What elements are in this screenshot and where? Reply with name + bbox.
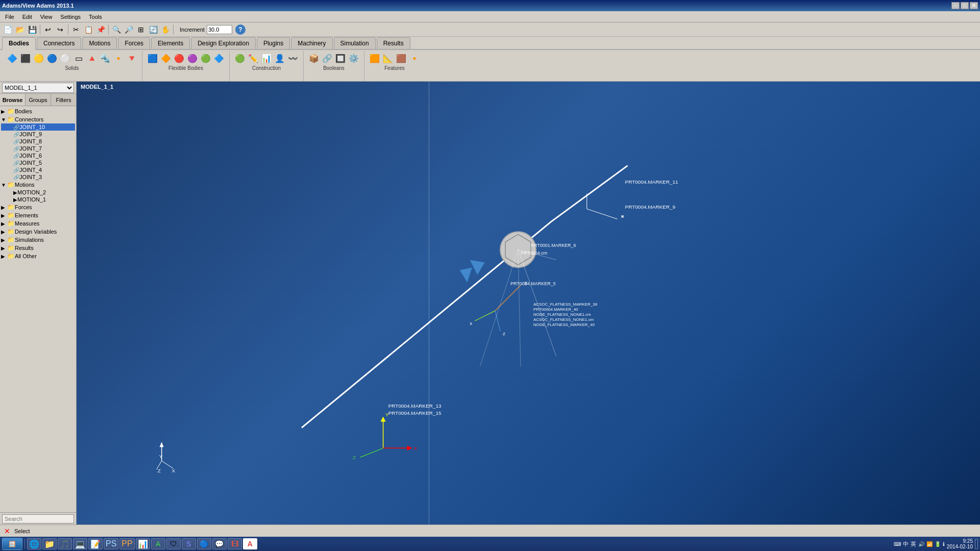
taskbar-app-notepad[interactable]: 📝: [88, 538, 103, 549]
fillet-icon[interactable]: 🟧: [369, 52, 381, 64]
menu-settings[interactable]: Settings: [56, 13, 85, 21]
link-icon[interactable]: 🔩: [99, 52, 111, 64]
tree-joint-7[interactable]: 🔗 JOINT_7: [1, 145, 75, 152]
search-input[interactable]: [2, 514, 74, 523]
other-expand-icon[interactable]: ▶: [1, 254, 7, 259]
taskbar-app-accent[interactable]: A: [151, 538, 165, 549]
tree-all-other[interactable]: ▶ 📁 All Other: [1, 252, 75, 260]
flex2-icon[interactable]: 🔶: [160, 52, 172, 64]
bodies-expand-icon[interactable]: ▶: [1, 109, 7, 114]
minimize-button[interactable]: ─: [951, 2, 960, 9]
menu-edit[interactable]: Edit: [18, 13, 36, 21]
elements-expand-icon[interactable]: ▶: [1, 213, 7, 218]
tab-results[interactable]: Results: [377, 37, 410, 49]
flex6-icon[interactable]: 🔷: [213, 52, 225, 64]
cylinder-icon[interactable]: ⬛: [19, 52, 32, 64]
flex3-icon[interactable]: 🔴: [173, 52, 185, 64]
menu-file[interactable]: File: [1, 13, 18, 21]
divide-icon[interactable]: ⚙️: [348, 52, 360, 64]
tree-design-variables[interactable]: ▶ 📁 Design Variables: [1, 228, 75, 236]
tree-joint-4[interactable]: 🔗 JOINT_4: [1, 166, 75, 173]
redo-button[interactable]: ↪: [55, 24, 66, 35]
tab-forces[interactable]: Forces: [118, 37, 150, 49]
tree-tab-browse[interactable]: Browse: [0, 94, 26, 106]
zoom-out-button[interactable]: 🔎: [123, 24, 134, 35]
tab-bodies[interactable]: Bodies: [2, 37, 36, 50]
taskbar-app-explorer[interactable]: 📁: [42, 538, 57, 549]
box-icon[interactable]: 🔷: [6, 52, 18, 64]
revolve-icon[interactable]: 🔻: [126, 52, 138, 64]
network-icon[interactable]: 📶: [926, 541, 933, 547]
cut-button[interactable]: ✂: [70, 24, 82, 35]
menu-tools[interactable]: Tools: [85, 13, 106, 21]
volume-icon[interactable]: 🔊: [918, 541, 924, 547]
taskbar-app-spss[interactable]: S: [182, 538, 196, 549]
increment-input[interactable]: 30.0: [207, 25, 232, 34]
help-button[interactable]: ?: [235, 24, 246, 35]
taskbar-app-ps[interactable]: PS: [104, 538, 118, 549]
fit-button[interactable]: ⊞: [135, 24, 146, 35]
taskbar-app-pp[interactable]: PP: [119, 538, 134, 549]
chamfer-icon[interactable]: 📐: [382, 52, 394, 64]
tree-motion-1[interactable]: ▶ MOTION_1: [1, 196, 75, 203]
taskbar-app-ppt[interactable]: 🎞: [228, 538, 242, 549]
tree-joint-10[interactable]: 🔗 JOINT_10: [1, 123, 75, 131]
connectors-expand-icon[interactable]: ▼: [1, 117, 7, 122]
results-expand-icon[interactable]: ▶: [1, 245, 7, 251]
xyz-icon[interactable]: 📊: [260, 52, 273, 64]
close-button[interactable]: ✕: [970, 2, 978, 9]
flex4-icon[interactable]: 🟣: [186, 52, 199, 64]
tab-motions[interactable]: Motions: [82, 37, 117, 49]
menu-view[interactable]: View: [36, 13, 57, 21]
tab-machinery[interactable]: Machinery: [291, 37, 332, 49]
taskbar-app-circle[interactable]: 🔵: [197, 538, 211, 549]
tree-forces[interactable]: ▶ 📁 Forces: [1, 203, 75, 211]
curve-icon[interactable]: 〰️: [287, 52, 299, 64]
point-icon[interactable]: 🟢: [234, 52, 246, 64]
marker-icon[interactable]: ✏️: [247, 52, 259, 64]
tab-design-exploration[interactable]: Design Exploration: [191, 37, 256, 49]
tree-simulations[interactable]: ▶ 📁 Simulations: [1, 236, 75, 244]
torus-icon[interactable]: 🔵: [46, 52, 58, 64]
cone-icon[interactable]: 🔺: [86, 52, 98, 64]
forces-expand-icon[interactable]: ▶: [1, 205, 7, 210]
tree-joint-8[interactable]: 🔗 JOINT_8: [1, 138, 75, 145]
taskbar-app-calculator[interactable]: 💻: [73, 538, 87, 549]
tree-results[interactable]: ▶ 📁 Results: [1, 244, 75, 252]
tree-joint-6[interactable]: 🔗 JOINT_6: [1, 152, 75, 159]
taskbar-app-ie[interactable]: 🌐: [27, 538, 41, 549]
taskbar-app-chat[interactable]: 💬: [212, 538, 227, 549]
tree-measures[interactable]: ▶ 📁 Measures: [1, 219, 75, 228]
tree-bodies[interactable]: ▶ 📁 Bodies: [1, 107, 75, 115]
save-button[interactable]: 💾: [27, 24, 38, 35]
pan-button[interactable]: ✋: [160, 24, 171, 35]
new-button[interactable]: 📄: [2, 24, 13, 35]
tab-connectors[interactable]: Connectors: [37, 37, 81, 49]
open-button[interactable]: 📂: [14, 24, 26, 35]
tree-joint-5[interactable]: 🔗 JOINT_5: [1, 159, 75, 166]
person-icon[interactable]: 👤: [274, 52, 286, 64]
tree-elements[interactable]: ▶ 📁 Elements: [1, 211, 75, 219]
tab-elements[interactable]: Elements: [151, 37, 190, 49]
motions-expand-icon[interactable]: ▼: [1, 182, 7, 188]
tree-joint-3[interactable]: 🔗 JOINT_3: [1, 173, 75, 181]
flex1-icon[interactable]: 🟦: [146, 52, 159, 64]
rotate-button[interactable]: 🔄: [148, 24, 159, 35]
subtract-icon[interactable]: 🔗: [321, 52, 333, 64]
flex5-icon[interactable]: 🟢: [200, 52, 212, 64]
paste-button[interactable]: 📌: [95, 24, 106, 35]
taskbar-app-word[interactable]: A: [243, 538, 257, 549]
undo-button[interactable]: ↩: [42, 24, 54, 35]
start-button[interactable]: 🪟: [2, 538, 22, 550]
tree-motion-2[interactable]: ▶ MOTION_2: [1, 189, 75, 196]
sphere-icon[interactable]: 🟡: [33, 52, 45, 64]
tree-connectors[interactable]: ▼ 📁 Connectors: [1, 115, 75, 123]
tree-tab-filters[interactable]: Filters: [51, 94, 76, 106]
copy-button[interactable]: 📋: [83, 24, 94, 35]
plate-icon[interactable]: ▭: [72, 52, 85, 64]
taskbar-app-media[interactable]: 🎵: [58, 538, 72, 549]
taskbar-app-antivirus[interactable]: 🛡: [166, 538, 181, 549]
feature4-icon[interactable]: 🔸: [408, 52, 421, 64]
taskbar-app-excel[interactable]: 📊: [136, 538, 150, 549]
tree-motions[interactable]: ▼ 📁 Motions: [1, 181, 75, 189]
